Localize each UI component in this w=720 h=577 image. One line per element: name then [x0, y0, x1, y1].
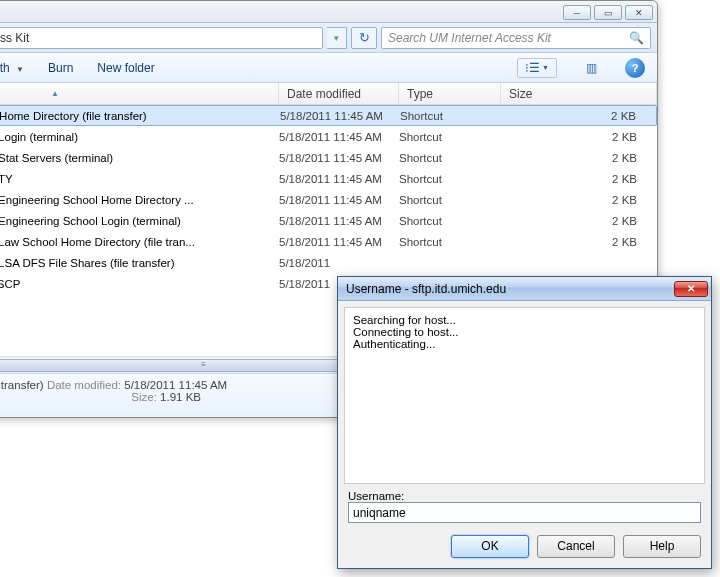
- search-placeholder: Search UM Internet Access Kit: [388, 31, 551, 45]
- details-date-value: 5/18/2011 11:45 AM: [124, 379, 227, 391]
- search-icon: 🔍: [629, 31, 644, 45]
- new-folder-button[interactable]: New folder: [97, 61, 154, 75]
- file-date: 5/18/2011: [279, 257, 399, 269]
- preview-pane-button[interactable]: ▥: [581, 58, 601, 78]
- file-size: 2 KB: [501, 152, 657, 164]
- file-name: ITS Login (terminal): [0, 131, 78, 143]
- header-size[interactable]: Size: [501, 83, 657, 104]
- address-bar: net Access Kit ▾ ↻ Search UM Internet Ac…: [0, 23, 657, 53]
- file-list: 💻ITS Home Directory (file transfer)5/18/…: [0, 105, 657, 294]
- file-name: UM LSA DFS File Shares (file transfer): [0, 257, 174, 269]
- file-name: UM Engineering School Login (terminal): [0, 215, 181, 227]
- address-breadcrumb[interactable]: net Access Kit: [0, 27, 323, 49]
- file-type: Shortcut: [399, 215, 501, 227]
- file-date: 5/18/2011 11:45 AM: [279, 131, 399, 143]
- file-name: WinSCP: [0, 278, 20, 290]
- share-with-button[interactable]: Share with ▼: [0, 61, 24, 75]
- sort-ascending-icon: ▲: [51, 89, 59, 98]
- column-headers: Name ▲ Date modified Type Size: [0, 83, 657, 105]
- file-size: 2 KB: [501, 131, 657, 143]
- file-name: UM Engineering School Home Directory ...: [0, 194, 194, 206]
- address-dropdown[interactable]: ▾: [327, 27, 347, 49]
- file-name: PuTTY: [0, 173, 13, 185]
- status-line-1: Searching for host...: [353, 314, 696, 326]
- details-date-label: Date modified:: [47, 379, 121, 391]
- file-row[interactable]: 💻UM Engineering School Home Directory ..…: [0, 189, 657, 210]
- file-size: 2 KB: [502, 110, 656, 122]
- dialog-status-area: Searching for host... Connecting to host…: [344, 307, 705, 484]
- file-name: UM Law School Home Directory (file tran.…: [0, 236, 195, 248]
- file-row[interactable]: 💻ITS Home Directory (file transfer)5/18/…: [0, 105, 657, 126]
- refresh-button[interactable]: ↻: [351, 27, 377, 49]
- burn-button[interactable]: Burn: [48, 61, 73, 75]
- username-label: Username:: [348, 490, 701, 502]
- file-row[interactable]: 💻UM Law School Home Directory (file tran…: [0, 231, 657, 252]
- file-row[interactable]: 💻ITS Login (terminal)5/18/2011 11:45 AMS…: [0, 126, 657, 147]
- file-date: 5/18/2011 11:45 AM: [279, 194, 399, 206]
- details-filename: ctory (file transfer): [0, 379, 44, 391]
- file-type: Shortcut: [399, 131, 501, 143]
- file-date: 5/18/2011 11:45 AM: [279, 215, 399, 227]
- dialog-title: Username - sftp.itd.umich.edu: [346, 282, 506, 296]
- header-name[interactable]: Name ▲: [0, 83, 279, 104]
- file-row[interactable]: 💻UM Engineering School Login (terminal)5…: [0, 210, 657, 231]
- cancel-button[interactable]: Cancel: [537, 535, 615, 558]
- window-titlebar: ─ ▭ ✕: [0, 1, 657, 23]
- file-name: ITS Home Directory (file transfer): [0, 110, 147, 122]
- details-size-label: Size:: [131, 391, 157, 403]
- chevron-down-icon: ▼: [16, 65, 24, 74]
- file-size: 2 KB: [501, 236, 657, 248]
- file-size: 2 KB: [501, 194, 657, 206]
- file-row[interactable]: 🖥PuTTY5/18/2011 11:45 AMShortcut2 KB: [0, 168, 657, 189]
- address-text: net Access Kit: [0, 31, 29, 45]
- view-mode-button[interactable]: ⁝☰ ▼: [517, 58, 557, 78]
- dialog-buttons: OK Cancel Help: [348, 535, 701, 558]
- help-button[interactable]: Help: [623, 535, 701, 558]
- file-size: 2 KB: [501, 215, 657, 227]
- username-input[interactable]: [348, 502, 701, 523]
- file-type: Shortcut: [399, 173, 501, 185]
- details-size-value: 1.91 KB: [160, 391, 201, 403]
- file-date: 5/18/2011 11:45 AM: [279, 173, 399, 185]
- username-dialog: Username - sftp.itd.umich.edu ✕ Searchin…: [337, 276, 712, 569]
- header-date[interactable]: Date modified: [279, 83, 399, 104]
- close-button[interactable]: ✕: [625, 5, 653, 20]
- file-size: 2 KB: [501, 173, 657, 185]
- file-date: 5/18/2011 11:45 AM: [279, 236, 399, 248]
- toolbar: Share with ▼ Burn New folder ⁝☰ ▼ ▥ ?: [0, 53, 657, 83]
- dialog-close-button[interactable]: ✕: [674, 281, 708, 297]
- minimize-button[interactable]: ─: [563, 5, 591, 20]
- ok-button[interactable]: OK: [451, 535, 529, 558]
- maximize-button[interactable]: ▭: [594, 5, 622, 20]
- file-type: Shortcut: [399, 236, 501, 248]
- file-name: ITS Stat Servers (terminal): [0, 152, 113, 164]
- file-type: Shortcut: [400, 110, 502, 122]
- status-line-2: Connecting to host...: [353, 326, 696, 338]
- header-type[interactable]: Type: [399, 83, 501, 104]
- file-type: Shortcut: [399, 152, 501, 164]
- file-date: 5/18/2011 11:45 AM: [279, 152, 399, 164]
- file-row[interactable]: 💻UM LSA DFS File Shares (file transfer)5…: [0, 252, 657, 273]
- help-button[interactable]: ?: [625, 58, 645, 78]
- search-input[interactable]: Search UM Internet Access Kit 🔍: [381, 27, 651, 49]
- dialog-titlebar[interactable]: Username - sftp.itd.umich.edu ✕: [338, 277, 711, 301]
- dialog-input-area: Username: OK Cancel Help: [338, 490, 711, 568]
- file-type: Shortcut: [399, 194, 501, 206]
- file-date: 5/18/2011 11:45 AM: [280, 110, 400, 122]
- status-line-3: Authenticating...: [353, 338, 696, 350]
- file-row[interactable]: 💻ITS Stat Servers (terminal)5/18/2011 11…: [0, 147, 657, 168]
